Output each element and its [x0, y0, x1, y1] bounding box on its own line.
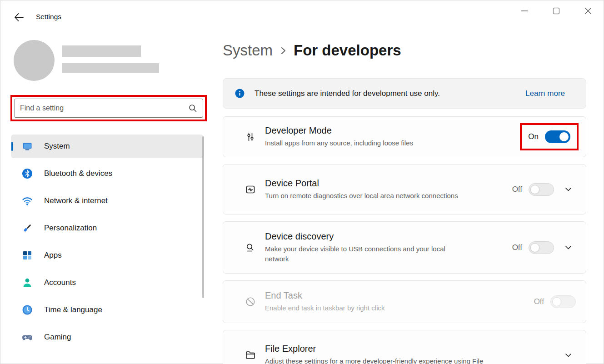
learn-more-link[interactable]: Learn more	[525, 89, 565, 98]
card-controls	[560, 347, 576, 363]
toggle-label: Off	[512, 185, 522, 194]
device-portal-expand-button[interactable]	[560, 182, 576, 197]
dev-warning-banner: These settings are intended for developm…	[223, 78, 586, 109]
arrow-left-icon	[14, 13, 24, 22]
accounts-icon	[21, 277, 33, 289]
toggle-knob	[530, 185, 539, 194]
sidebar-item-label: System	[44, 142, 70, 151]
sidebar-item-label: Gaming	[44, 333, 71, 342]
sidebar-item-label: Time & language	[44, 305, 102, 314]
card-title: Developer Mode	[265, 125, 413, 136]
file-explorer-expand-button[interactable]	[560, 347, 576, 363]
device-discovery-expand-button[interactable]	[560, 240, 576, 255]
card-text: End Task Enable end task in taskbar by r…	[265, 290, 384, 313]
device-discovery-icon	[245, 242, 256, 254]
card-description: Turn on remote diagnostics over local ar…	[265, 191, 458, 201]
end-task-toggle	[550, 295, 576, 308]
avatar	[14, 40, 55, 81]
chevron-down-icon	[564, 351, 572, 359]
card-device-discovery[interactable]: Device discovery Make your device visibl…	[223, 221, 586, 274]
file-explorer-icon	[245, 349, 256, 361]
search-highlight-box	[10, 95, 207, 121]
toggle-label: Off	[534, 297, 544, 306]
sidebar-item-bluetooth[interactable]: Bluetooth & devices	[11, 162, 204, 185]
developer-mode-toggle[interactable]	[545, 130, 570, 143]
window-controls	[509, 0, 604, 22]
toggle-label: Off	[512, 243, 522, 252]
sidebar-item-label: Accounts	[44, 278, 76, 287]
maximize-button[interactable]	[540, 0, 572, 22]
back-button[interactable]	[11, 10, 27, 25]
sidebar-item-system[interactable]: System	[11, 135, 204, 158]
card-text: File Explorer Adjust these settings for …	[265, 344, 483, 364]
search-input[interactable]	[20, 104, 188, 112]
card-description: Install apps from any source, including …	[265, 138, 413, 148]
card-text: Device discovery Make your device visibl…	[265, 231, 458, 264]
card-controls: Off	[512, 182, 576, 197]
card-description: Make your device visible to USB connecti…	[265, 244, 458, 264]
chevron-down-icon	[564, 244, 572, 251]
sidebar-item-gaming[interactable]: Gaming	[11, 325, 204, 349]
time-language-icon	[21, 304, 33, 316]
card-title: Device discovery	[265, 231, 458, 242]
close-button[interactable]	[572, 0, 604, 22]
card-title: Device Portal	[265, 178, 458, 189]
info-icon	[235, 89, 245, 98]
card-developer-mode: Developer Mode Install apps from any sou…	[223, 116, 586, 157]
sidebar-item-apps[interactable]: Apps	[11, 244, 204, 267]
card-file-explorer[interactable]: File Explorer Adjust these settings for …	[223, 330, 586, 364]
device-portal-toggle[interactable]	[529, 183, 554, 196]
toggle-knob	[530, 243, 539, 252]
chevron-down-icon	[564, 185, 572, 193]
card-text: Developer Mode Install apps from any sou…	[265, 125, 413, 148]
bluetooth-icon	[21, 168, 33, 180]
sidebar-item-accounts[interactable]: Accounts	[11, 271, 204, 294]
settings-cards: Developer Mode Install apps from any sou…	[223, 116, 586, 364]
device-portal-icon	[245, 184, 256, 195]
sidebar-item-label: Network & internet	[44, 196, 108, 205]
card-description: Adjust these settings for a more develop…	[265, 356, 483, 364]
banner-text: These settings are intended for developm…	[255, 89, 515, 98]
card-controls: Off	[534, 295, 576, 308]
sidebar-item-label: Personalization	[44, 224, 97, 233]
developer-mode-icon	[245, 131, 256, 143]
search-box[interactable]	[14, 99, 203, 118]
sidebar-nav: System Bluetooth & devices Network & int…	[11, 135, 204, 353]
minimize-icon	[520, 7, 529, 15]
search-icon	[188, 104, 197, 113]
card-controls: On	[520, 123, 576, 150]
card-title: End Task	[265, 290, 384, 301]
gaming-icon	[21, 331, 33, 343]
sidebar-item-label: Bluetooth & devices	[44, 169, 112, 178]
system-icon	[21, 140, 33, 152]
profile-name-placeholder	[62, 45, 141, 57]
card-controls: Off	[512, 240, 576, 255]
chevron-right-icon	[280, 45, 287, 56]
sidebar-item-network[interactable]: Network & internet	[11, 189, 204, 213]
sidebar-item-time-language[interactable]: Time & language	[11, 298, 204, 322]
card-title: File Explorer	[265, 344, 483, 354]
apps-icon	[21, 249, 33, 261]
toggle-highlight-box: On	[520, 123, 579, 150]
network-icon	[21, 195, 33, 207]
card-device-portal[interactable]: Device Portal Turn on remote diagnostics…	[223, 164, 586, 214]
maximize-icon	[552, 7, 560, 15]
titlebar: Settings	[0, 0, 604, 29]
personalization-icon	[21, 222, 33, 234]
sidebar-scrollbar[interactable]	[202, 136, 204, 298]
breadcrumb-parent[interactable]: System	[223, 42, 273, 59]
card-description: Enable end task in taskbar by right clic…	[265, 303, 384, 313]
card-end-task: End Task Enable end task in taskbar by r…	[223, 280, 586, 323]
toggle-knob	[559, 132, 569, 141]
device-discovery-toggle[interactable]	[529, 241, 554, 254]
card-text: Device Portal Turn on remote diagnostics…	[265, 178, 458, 201]
sidebar-item-label: Apps	[44, 251, 62, 260]
toggle-label: On	[528, 132, 539, 141]
breadcrumb: System For developers	[223, 42, 401, 59]
app-title: Settings	[36, 13, 61, 21]
profile-email-placeholder	[62, 63, 159, 73]
end-task-icon	[245, 296, 256, 308]
close-icon	[584, 7, 592, 15]
minimize-button[interactable]	[509, 0, 540, 22]
sidebar-item-personalization[interactable]: Personalization	[11, 216, 204, 240]
